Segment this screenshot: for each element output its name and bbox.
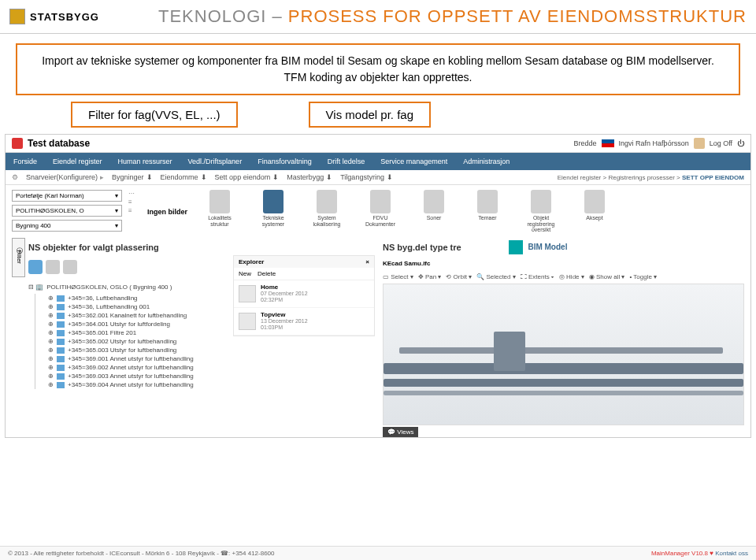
page-title: TEKNOLOGI – PROSESS FOR OPPSETT AV EIEND…	[99, 6, 747, 27]
viewer-file: KEcad Samu.ifc	[383, 257, 744, 270]
nav-eiendel[interactable]: Eiendel register	[45, 153, 110, 170]
views-button[interactable]: 💬 Views	[383, 427, 418, 437]
subnav-masterbygg[interactable]: Masterbygg ⬇	[287, 173, 332, 181]
tool-icon-1[interactable]: Tekniske systemer	[254, 190, 293, 233]
footer-kontakt[interactable]: Kontakt oss	[715, 550, 748, 557]
flag-icon[interactable]	[602, 139, 614, 147]
tree-item[interactable]: ⊕ +345=369.001 Annet utstyr for luftbeha…	[35, 354, 225, 363]
subnav-bygninger[interactable]: Bygninger ⬇	[112, 173, 153, 181]
subnav-eiendomme[interactable]: Eiendomme ⬇	[161, 173, 207, 181]
statsbygg-logo	[9, 9, 25, 24]
tree: ⊟ 🏢 POLITIHØGSKOLEN, OSLO ( Bygning 400 …	[28, 277, 225, 389]
tree-item[interactable]: ⊕ +345=369.002 Annet utstyr for luftbeha…	[35, 363, 225, 372]
nav-admin[interactable]: Administrasjon	[455, 153, 517, 170]
viewer-tool[interactable]: ◎ Hide ▾	[559, 273, 584, 280]
info-box: Import av tekniske systemer og komponent…	[16, 43, 740, 95]
logoff-icon[interactable]: ⏻	[737, 139, 744, 147]
explorer-title: Explorer	[239, 258, 264, 265]
nav-vedl[interactable]: Vedl./Driftsplaner	[180, 153, 250, 170]
section-left-title: NS objekter for valgt plassering	[28, 238, 225, 257]
viewer-tool[interactable]: ✥ Pan ▾	[418, 273, 442, 280]
subnav-settopp[interactable]: Sett opp eiendom ⬇	[215, 173, 280, 181]
logoff-link[interactable]: Log Off	[710, 139, 732, 147]
tree-item[interactable]: ⊕ +345=365.003 Utstyr for luftbehandling	[35, 346, 225, 354]
tree-item[interactable]: ⊕ +345=362.001 Kanalnett for luftbehandl…	[35, 311, 225, 320]
bredde-label: Bredde	[574, 139, 597, 147]
viewer-tool[interactable]: • Toggle ▾	[629, 273, 657, 280]
nav-finans[interactable]: Finansforvaltning	[250, 153, 320, 170]
tree-item[interactable]: ⊕ +345=369.003 Annet utstyr for luftbeha…	[35, 372, 225, 380]
tree-item[interactable]: ⊕ +345=369.004 Annet utstyr for luftbeha…	[35, 380, 225, 389]
tool-icon-7[interactable]: Aksept	[575, 190, 614, 233]
snarveier[interactable]: Snarveier(Konfigurere)▸	[26, 173, 104, 181]
filter-side-icons[interactable]: ⋯≡≡	[128, 190, 135, 214]
bim-icon[interactable]	[509, 240, 523, 254]
main-nav: Forside Eiendel register Human ressurser…	[6, 153, 750, 170]
app-icon	[12, 138, 23, 149]
viewer-tool[interactable]: ⛶ Extents ▾	[521, 273, 554, 280]
explorer-panel: Explorer× New Delete Home07 December 201…	[233, 255, 375, 336]
tree-item[interactable]: ⊕ +345=365.001 Filtre 201	[35, 328, 225, 337]
app-title: Test database	[28, 138, 574, 149]
tool-icon-0[interactable]: Lokalitets struktur	[200, 190, 239, 233]
tree-item[interactable]: ⊕ +345=364.001 Utstyr for luftfordeling	[35, 320, 225, 328]
db-icon[interactable]	[28, 260, 43, 274]
tree-item[interactable]: ⊕ +345=365.002 Utstyr for luftbehandling	[35, 337, 225, 346]
avatar[interactable]	[694, 138, 705, 149]
footer-mm[interactable]: MainManager V10.8	[651, 550, 708, 557]
viewer-tool[interactable]: 🔍 Selected ▾	[476, 273, 516, 280]
viewer-tool[interactable]: ◉ Show all ▾	[589, 273, 625, 280]
section-right-title: NS byg.del type tre	[383, 238, 461, 257]
tool-icon-5[interactable]: Temaer	[468, 190, 507, 233]
callout-vis: Vis model pr. fag	[309, 102, 431, 128]
tool-icon-3[interactable]: FDVU Dokumenter	[361, 190, 400, 233]
filter-tab[interactable]: ⓘ Filter	[12, 238, 25, 277]
db-icon[interactable]	[46, 260, 60, 274]
tool-icon-6[interactable]: Objekt registrering oversikt	[521, 190, 561, 233]
nav-drift[interactable]: Drift ledelse	[320, 153, 373, 170]
footer-copy: © 2013 - Alle rettigheter forbeholdt - I…	[8, 550, 275, 557]
tool-icon-2[interactable]: System lokalisering	[307, 190, 346, 233]
filter-portefolje[interactable]: Portefølje (Karl Norman)▾	[12, 190, 122, 202]
tree-root[interactable]: ⊟ 🏢 POLITIHØGSKOLEN, OSLO ( Bygning 400 …	[28, 284, 225, 291]
bim-viewer[interactable]	[383, 284, 744, 425]
tree-item[interactable]: ⊕ +345=36, Luftbehandling 001	[35, 302, 225, 311]
logo-text: STATSBYGG	[30, 11, 99, 23]
filter-bygning[interactable]: Bygning 400▾	[12, 220, 122, 232]
filter-politi[interactable]: POLITIHØGSKOLEN, O▾	[12, 205, 122, 217]
explorer-new[interactable]: New	[239, 270, 251, 277]
callout-filter: Filter for fag(VVS, EL, ...)	[71, 102, 238, 128]
nav-human[interactable]: Human ressurser	[110, 153, 180, 170]
no-images-label: Ingen bilder	[147, 208, 187, 216]
breadcrumb: Eiendel register > Registrerings prosess…	[558, 174, 744, 181]
explorer-item[interactable]: Home07 December 201202:32PM	[234, 280, 374, 308]
subnav-tilgang[interactable]: Tilgangstyring ⬇	[340, 173, 393, 181]
close-icon[interactable]: ×	[365, 258, 369, 265]
nav-service[interactable]: Service management	[372, 153, 455, 170]
tree-item[interactable]: ⊕ +345=36, Luftbehandling	[35, 294, 225, 302]
explorer-item[interactable]: Topview13 December 201201:03PM	[234, 308, 374, 336]
nav-forside[interactable]: Forside	[6, 153, 45, 170]
app-window: Test database Bredde Ingvi Rafn Hafþórss…	[5, 134, 751, 438]
db-icon[interactable]	[63, 260, 77, 274]
user-name: Ingvi Rafn Hafþórsson	[619, 139, 689, 147]
bim-model-link[interactable]: BIM Model	[528, 243, 567, 251]
viewer-tool[interactable]: ▭ Select ▾	[383, 273, 413, 280]
explorer-delete[interactable]: Delete	[258, 270, 276, 277]
gear-icon[interactable]: ⚙	[12, 173, 18, 181]
viewer-tool[interactable]: ⟲ Orbit ▾	[446, 273, 472, 280]
tool-icon-4[interactable]: Soner	[414, 190, 454, 233]
